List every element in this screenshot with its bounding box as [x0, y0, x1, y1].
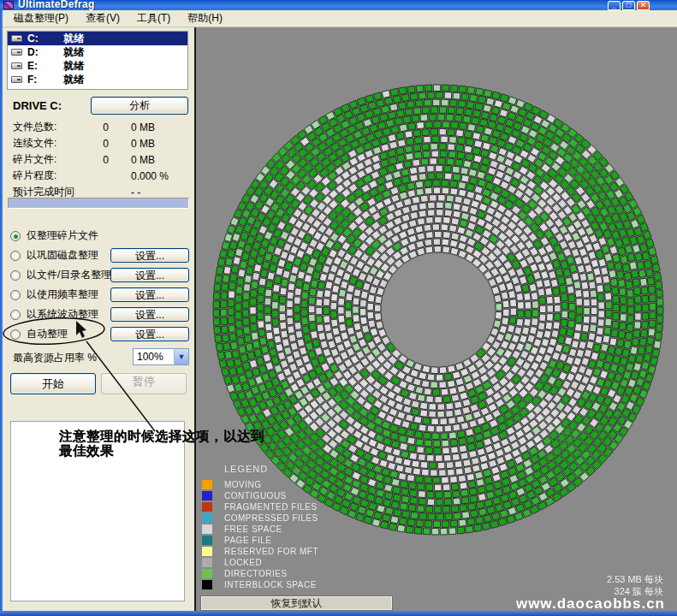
menu-item-3[interactable]: 帮助(H): [179, 9, 231, 28]
legend-label: CONTIGUOUS: [224, 491, 287, 500]
pause-button: 暂停: [101, 373, 187, 394]
analyze-button[interactable]: 分析: [91, 97, 188, 115]
legend-swatch: [202, 580, 212, 589]
disk-map-panel: LEGEND MOVINGCONTIGUOUSFRAGMENTED FILESC…: [196, 27, 677, 611]
stats-table: 文件总数:00 MB连续文件:00 MB碎片文件:00 MB碎片程度:0.000…: [13, 119, 189, 200]
method-radio-1[interactable]: [10, 251, 21, 261]
settings-button-3[interactable]: 设置...: [110, 287, 189, 302]
legend-row: DIRECTORIES: [202, 568, 390, 579]
method-row-1: 以巩固磁盘整理设置...: [8, 246, 191, 265]
method-label-3: 以使用频率整理: [27, 287, 98, 302]
method-label-5: 自动整理: [27, 327, 68, 341]
legend-swatch: [202, 536, 212, 545]
annotation-line1: 注意整理的时候选择这项，以达到: [59, 429, 316, 443]
legend-row: FREE SPACE: [202, 524, 390, 535]
method-row-3: 以使用频率整理设置...: [8, 285, 191, 305]
drive-status: 就绪: [63, 32, 84, 46]
drive-icon: [11, 62, 22, 69]
defrag-method-group: 仅整理碎片文件以巩固磁盘整理设置...以文件/目录名整理设置...以使用频率整理…: [8, 226, 191, 344]
legend-row: RESERVED FOR MFT: [202, 546, 390, 557]
drive-row-C[interactable]: C:就绪: [8, 32, 187, 45]
drive-icon: [11, 35, 22, 42]
legend-label: DIRECTORIES: [224, 569, 288, 578]
resource-usage-select[interactable]: 100% ▼: [133, 348, 189, 365]
method-radio-5[interactable]: [10, 329, 21, 340]
menu-item-0[interactable]: 磁盘整理(P): [5, 9, 77, 28]
drive-status: 就绪: [63, 59, 84, 74]
method-row-4: 以系统波动整理设置...: [8, 305, 191, 324]
stat-row: 碎片程度:0.000 %: [13, 168, 189, 184]
method-label-2: 以文件/目录名整理: [27, 268, 111, 282]
stat-row: 连续文件:00 MB: [13, 135, 189, 151]
method-radio-4[interactable]: [10, 310, 21, 320]
method-row-5: 自动整理设置...: [8, 324, 191, 344]
block-size-label: 2.53 MB 每块: [607, 573, 663, 586]
legend-label: FRAGMENTED FILES: [224, 502, 318, 512]
drive-row-E[interactable]: E:就绪: [8, 59, 187, 73]
resource-usage-label: 最高资源占用率 %: [13, 351, 97, 365]
legend-row: CONTIGUOUS: [202, 490, 390, 501]
legend-label: PAGE FILE: [224, 536, 271, 545]
control-panel: C:就绪D:就绪E:就绪F:就绪 DRIVE C: 分析 文件总数:00 MB连…: [3, 27, 194, 611]
drive-row-D[interactable]: D:就绪: [8, 45, 187, 59]
legend-swatch: [202, 513, 212, 523]
drive-name: E:: [27, 60, 63, 72]
method-label-4: 以系统波动整理: [27, 307, 98, 322]
method-row-2: 以文件/目录名整理设置...: [8, 265, 191, 285]
watermark-text: www.daocaobbs.cn: [516, 595, 665, 613]
legend-row: FRAGMENTED FILES: [202, 501, 390, 512]
legend-row: LOCKED: [202, 557, 390, 568]
resource-usage-value: 100%: [134, 351, 174, 363]
start-button[interactable]: 开始: [10, 373, 96, 394]
stat-row: 文件总数:00 MB: [13, 119, 189, 135]
method-radio-2[interactable]: [10, 270, 21, 281]
annotation-line2: 最佳效果: [59, 443, 316, 458]
legend-row: MOVING: [202, 479, 390, 490]
drive-heading: DRIVE C:: [13, 99, 62, 112]
method-label-0: 仅整理碎片文件: [27, 228, 98, 243]
restore-default-button[interactable]: 恢复到默认: [200, 595, 393, 611]
legend-swatch: [202, 480, 212, 489]
settings-button-5[interactable]: 设置...: [110, 327, 189, 341]
annotation-text: 注意整理的时候选择这项，以达到 最佳效果: [59, 429, 316, 458]
legend-row: COMPRESSED FILES: [202, 512, 390, 524]
drive-list[interactable]: C:就绪D:就绪E:就绪F:就绪: [7, 31, 188, 90]
settings-button-1[interactable]: 设置...: [110, 248, 189, 263]
legend-label: RESERVED FOR MFT: [224, 547, 318, 556]
window-border-left: [0, 10, 3, 611]
legend-row: INTERBLOCK SPACE: [202, 579, 390, 590]
legend-swatch: [202, 524, 212, 534]
stat-row: 碎片文件:00 MB: [13, 151, 189, 168]
legend-swatch: [202, 569, 212, 578]
method-radio-3[interactable]: [10, 290, 21, 300]
menu-item-2[interactable]: 工具(T): [128, 9, 179, 28]
app-icon: [3, 1, 14, 9]
legend: LEGEND MOVINGCONTIGUOUSFRAGMENTED FILESC…: [202, 464, 390, 590]
progress-bar: [8, 198, 189, 209]
method-radio-0[interactable]: [10, 231, 21, 241]
legend-swatch: [202, 491, 212, 500]
method-label-1: 以巩固磁盘整理: [27, 248, 98, 263]
legend-label: LOCKED: [224, 558, 262, 567]
maximize-button[interactable]: □: [622, 1, 635, 10]
legend-row: PAGE FILE: [202, 535, 390, 546]
chevron-down-icon[interactable]: ▼: [174, 349, 188, 364]
settings-button-4[interactable]: 设置...: [110, 307, 189, 322]
drive-status: 就绪: [63, 73, 84, 87]
menu-bar: 磁盘整理(P)查看(V)工具(T)帮助(H): [0, 10, 677, 27]
drive-name: C:: [27, 33, 63, 44]
legend-label: COMPRESSED FILES: [224, 513, 318, 523]
settings-button-2[interactable]: 设置...: [110, 268, 189, 282]
drive-icon: [11, 76, 22, 83]
method-row-0: 仅整理碎片文件: [8, 226, 191, 246]
drive-name: F:: [27, 74, 63, 86]
menu-item-1[interactable]: 查看(V): [77, 9, 128, 28]
minimize-button[interactable]: _: [608, 1, 621, 10]
close-button[interactable]: ✕: [637, 1, 650, 10]
drive-row-F[interactable]: F:就绪: [8, 73, 187, 86]
legend-swatch: [202, 558, 212, 567]
legend-label: INTERBLOCK SPACE: [224, 580, 317, 589]
legend-title: LEGEND: [224, 464, 390, 474]
legend-swatch: [202, 502, 212, 512]
drive-icon: [11, 49, 22, 56]
